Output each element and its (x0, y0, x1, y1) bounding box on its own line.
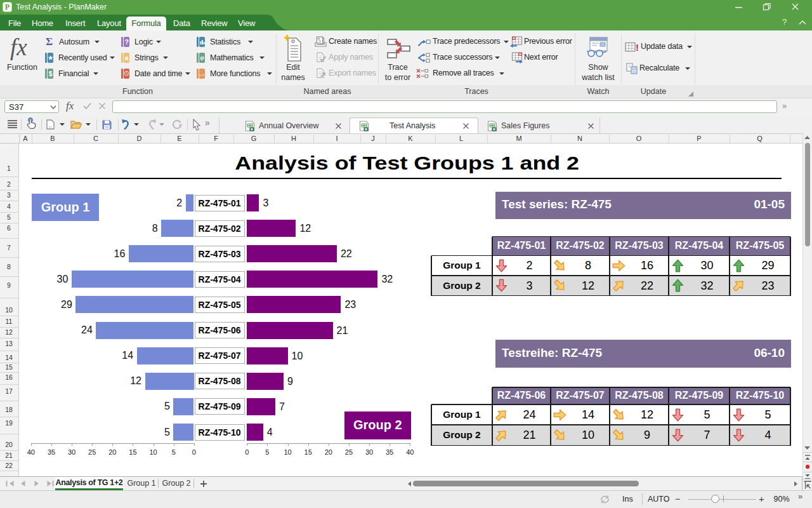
svg-text:!: ! (636, 42, 639, 53)
